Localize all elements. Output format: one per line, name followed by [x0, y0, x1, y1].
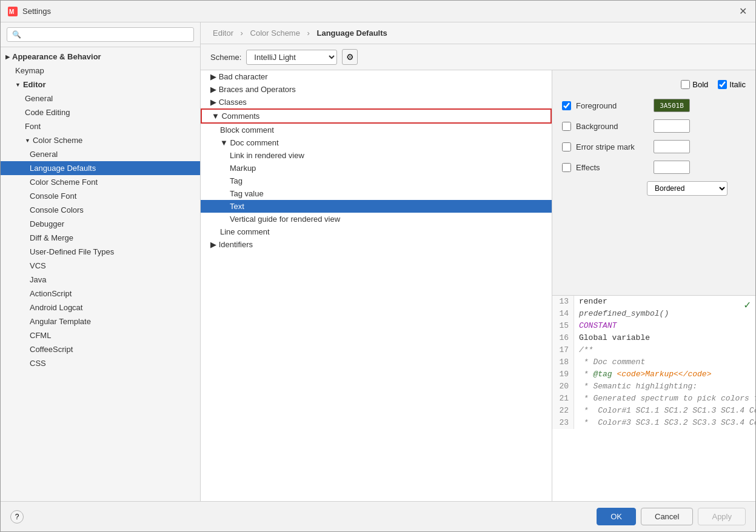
effects-checkbox[interactable] [562, 163, 571, 172]
tree-item-tag[interactable]: Tag [201, 175, 552, 187]
nav-item-appearance[interactable]: ▶ Appearance & Behavior [1, 50, 200, 64]
error-stripe-color-swatch[interactable] [654, 140, 690, 153]
foreground-checkbox[interactable] [562, 101, 571, 110]
line-number: 21 [552, 393, 574, 405]
nav-item-cfml[interactable]: CFML [1, 328, 200, 342]
nav-label: Debugger [30, 219, 64, 228]
title-bar: M Settings ✕ [1, 1, 755, 22]
nav-label: VCS [30, 261, 46, 270]
line-code: * Doc comment [574, 356, 650, 368]
effects-color-swatch[interactable] [654, 161, 690, 174]
line-code: * Color#1 SC1.1 SC1.2 SC1.3 SC1.4 Color#… [574, 405, 755, 417]
nav-item-android-logcat[interactable]: Android Logcat [1, 301, 200, 314]
nav-label: Font [25, 122, 41, 131]
nav-item-keymap[interactable]: Keymap [1, 64, 200, 78]
breadcrumb-color-scheme: Color Scheme [250, 28, 300, 38]
nav-label: Appearance & Behavior [12, 52, 101, 61]
check-ok-icon: ✓ [744, 298, 751, 311]
close-button[interactable]: ✕ [737, 6, 748, 17]
line-number: 18 [552, 356, 574, 368]
nav-item-color-scheme-font[interactable]: Color Scheme Font [1, 175, 200, 189]
nav-label: Java [30, 275, 46, 284]
foreground-row: Foreground 3A501B [562, 99, 746, 112]
nav-item-font[interactable]: Font [1, 119, 200, 133]
line-code: * Semantic highlighting: [574, 381, 702, 393]
nav-item-debugger[interactable]: Debugger [1, 217, 200, 231]
tree-item-doc-comment[interactable]: ▼ Doc comment [201, 136, 552, 149]
nav-tree: ▶ Appearance & Behavior Keymap ▼ Editor … [1, 47, 200, 501]
nav-item-code-editing[interactable]: Code Editing [1, 105, 200, 119]
help-button[interactable]: ? [10, 510, 24, 524]
nav-item-color-scheme[interactable]: ▼ Color Scheme [1, 133, 200, 147]
tree-item-vertical-guide[interactable]: Vertical guide for rendered view [201, 213, 552, 225]
ok-button[interactable]: OK [597, 508, 636, 525]
breadcrumb: Editor › Color Scheme › Language Default… [201, 22, 755, 44]
code-line-15: 15 CONSTANT [552, 320, 755, 332]
line-number: 13 [552, 296, 574, 308]
right-panel: Editor › Color Scheme › Language Default… [201, 22, 755, 501]
nav-item-angular[interactable]: Angular Template [1, 314, 200, 328]
line-number: 22 [552, 405, 574, 417]
tree-item-comments[interactable]: ▼ Comments [201, 108, 552, 124]
tree-item-identifiers[interactable]: ▶ Identifiers [201, 238, 552, 251]
nav-item-editor[interactable]: ▼ Editor [1, 78, 200, 91]
apply-button[interactable]: Apply [698, 508, 746, 525]
breadcrumb-sep1: › [241, 28, 246, 38]
tree-item-link-rendered[interactable]: Link in rendered view [201, 149, 552, 162]
line-code: render [574, 296, 612, 308]
code-line-22: 22 * Color#1 SC1.1 SC1.2 SC1.3 SC1.4 Col… [552, 405, 755, 417]
tree-item-block-comment[interactable]: Block comment [201, 124, 552, 136]
nav-item-vcs[interactable]: VCS [1, 259, 200, 273]
line-code: CONSTANT [574, 320, 621, 332]
cancel-button[interactable]: Cancel [641, 508, 693, 525]
tree-item-text[interactable]: Text [201, 200, 552, 213]
action-buttons: OK Cancel Apply [597, 508, 746, 525]
foreground-hex: 3A501B [660, 102, 684, 110]
nav-item-general[interactable]: General [1, 91, 200, 105]
tree-item-line-comment[interactable]: Line comment [201, 225, 552, 238]
nav-item-cs-general[interactable]: General [1, 147, 200, 161]
scheme-select[interactable]: IntelliJ Light Darcula High Contrast [246, 50, 337, 65]
gear-button[interactable]: ⚙ [342, 49, 358, 65]
tree-item-classes[interactable]: ▶ Classes [201, 96, 552, 108]
code-line-23: 23 * Color#3 SC3.1 SC3.2 SC3.3 SC3.4 Col… [552, 417, 755, 429]
effects-type-select[interactable]: Bordered Underscored Bold underscored St… [647, 181, 728, 196]
nav-item-console-font[interactable]: Console Font [1, 189, 200, 203]
nav-item-java[interactable]: Java [1, 273, 200, 287]
line-number: 15 [552, 320, 574, 332]
breadcrumb-sep2: › [307, 28, 312, 38]
tree-item-markup[interactable]: Markup [201, 162, 552, 175]
search-input[interactable] [7, 27, 194, 42]
props-panel: Bold Italic Foreground [552, 70, 755, 295]
expand-icon: ▶ [210, 240, 219, 249]
nav-label: Color Scheme [33, 136, 82, 145]
foreground-color-swatch[interactable]: 3A501B [654, 99, 690, 112]
italic-label: Italic [729, 80, 746, 89]
nav-label: CFML [30, 331, 51, 340]
background-checkbox[interactable] [562, 122, 571, 131]
tree-item-tag-value[interactable]: Tag value [201, 187, 552, 200]
nav-item-css[interactable]: CSS [1, 356, 200, 370]
effects-type-row: Bordered Underscored Bold underscored St… [647, 181, 746, 196]
nav-item-diff-merge[interactable]: Diff & Merge [1, 231, 200, 245]
expand-icon: ▶ [210, 85, 219, 94]
bold-checkbox[interactable] [681, 80, 690, 89]
line-code: Global variable [574, 332, 655, 344]
nav-item-language-defaults[interactable]: Language Defaults [1, 161, 200, 175]
code-line-18: 18 * Doc comment [552, 356, 755, 368]
nav-item-user-defined[interactable]: User-Defined File Types [1, 245, 200, 259]
nav-label: Console Colors [30, 205, 84, 214]
nav-label: CSS [30, 359, 46, 368]
background-color-swatch[interactable] [654, 119, 690, 133]
tree-item-bad-char[interactable]: ▶ Bad character [201, 70, 552, 83]
nav-item-console-colors[interactable]: Console Colors [1, 203, 200, 217]
code-line-17: 17 /** [552, 344, 755, 356]
nav-item-coffeescript[interactable]: CoffeeScript [1, 342, 200, 356]
background-row: Background [562, 119, 746, 133]
italic-checkbox[interactable] [718, 80, 727, 89]
expand-icon: ▼ [220, 138, 230, 147]
error-stripe-checkbox[interactable] [562, 142, 571, 151]
nav-item-actionscript[interactable]: ActionScript [1, 287, 200, 301]
expand-triangle: ▶ [5, 54, 10, 60]
tree-item-braces[interactable]: ▶ Braces and Operators [201, 83, 552, 96]
